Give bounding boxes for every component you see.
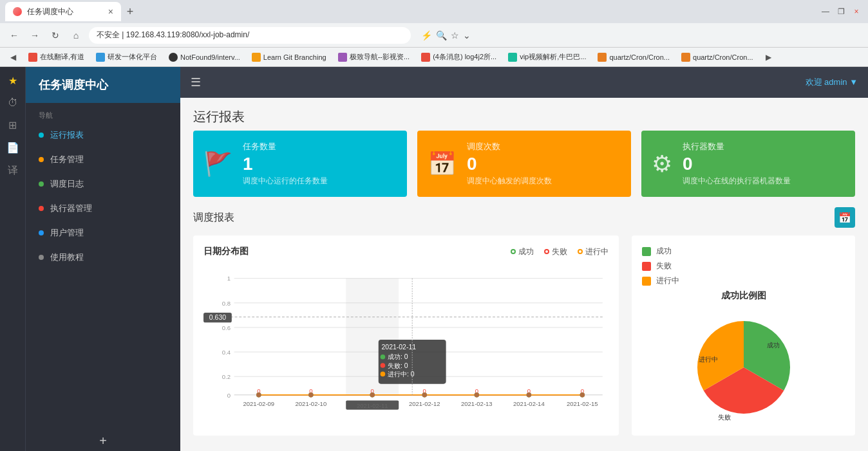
svg-text:0: 0 bbox=[227, 392, 231, 399]
svg-point-40 bbox=[308, 392, 314, 398]
fail-dot bbox=[544, 249, 549, 254]
bookmark-quartz1[interactable]: quartz/Cron/Cron... bbox=[594, 51, 674, 63]
sidebar-item-report[interactable]: 运行报表 bbox=[26, 123, 180, 147]
svg-text:0.6: 0.6 bbox=[222, 324, 231, 331]
svg-text:1: 1 bbox=[227, 275, 231, 282]
bookmark-github[interactable]: NotFound9/interv... bbox=[165, 51, 244, 63]
executor-dot bbox=[39, 206, 44, 211]
bookmarks-more-icon[interactable]: ▶ bbox=[761, 50, 777, 65]
task-icon: 🚩 bbox=[203, 151, 232, 178]
stat-info-executor: 执行器数量 0 调度中心在线的执行器机器数量 bbox=[683, 141, 845, 187]
bookmark-log4j[interactable]: (4条消息) log4j2所... bbox=[417, 51, 500, 63]
main-content: ☰ 欢迎 admin ▼ 运行报表 🚩 任务数量 1 调度中心运行的任务数量 📅… bbox=[180, 67, 868, 451]
star-strip-icon[interactable]: ★ bbox=[8, 75, 17, 87]
tutorial-dot bbox=[39, 255, 44, 260]
line-chart-svg: 1 0.8 0.6 0.4 0.2 0 0.630 bbox=[203, 262, 609, 417]
star-icon[interactable]: ☆ bbox=[451, 30, 459, 41]
chart-legend: 成功 失败 进行中 bbox=[511, 246, 609, 257]
restore-button[interactable]: ❐ bbox=[835, 5, 847, 18]
tab-title: 任务调度中心 bbox=[27, 6, 103, 17]
bookmark-youdao[interactable]: 在线翻译,有道 bbox=[24, 51, 88, 63]
pie-fail-box bbox=[642, 262, 651, 271]
grid-strip-icon[interactable]: ⊞ bbox=[8, 119, 17, 131]
github-icon bbox=[169, 53, 178, 62]
svg-text:2021-02-14: 2021-02-14 bbox=[513, 400, 545, 407]
bookmark-jizhi[interactable]: 极致导航--影视资... bbox=[334, 51, 414, 63]
tab-close-button[interactable]: × bbox=[108, 6, 113, 17]
back-button[interactable]: ← bbox=[6, 28, 22, 43]
new-tab-button[interactable]: + bbox=[121, 3, 139, 21]
stat-card-schedule: 📅 调度次数 0 调度中心触发的调度次数 bbox=[417, 131, 631, 197]
executor-value: 0 bbox=[683, 155, 845, 173]
bookmark-vip[interactable]: vip视频解析,牛巴巴... bbox=[504, 51, 590, 63]
quartz1-icon bbox=[598, 53, 607, 62]
sidebar-item-tutorial[interactable]: 使用教程 bbox=[26, 245, 180, 270]
sidebar-item-task[interactable]: 任务管理 bbox=[26, 147, 180, 172]
bookmark-gitbranching[interactable]: Learn Git Branching bbox=[248, 51, 330, 63]
legend-fail: 失败 bbox=[544, 246, 567, 257]
home-button[interactable]: ⌂ bbox=[68, 28, 84, 43]
bookmarks-back-icon[interactable]: ◀ bbox=[5, 50, 21, 65]
address-input[interactable] bbox=[89, 27, 411, 44]
svg-point-41 bbox=[370, 392, 375, 398]
forward-button[interactable]: → bbox=[27, 28, 42, 43]
pie-legend: 成功 失败 进行中 bbox=[642, 246, 845, 290]
pie-chart-svg: 成功 失败 进行中 bbox=[686, 309, 802, 425]
reload-button[interactable]: ↻ bbox=[48, 28, 63, 43]
running-dot bbox=[578, 249, 583, 254]
svg-text:成功: 成功 bbox=[767, 342, 780, 349]
tab-favicon bbox=[13, 7, 22, 16]
chevron-icon[interactable]: ⌄ bbox=[463, 30, 471, 41]
close-button[interactable]: × bbox=[850, 5, 863, 18]
svg-text:0.630: 0.630 bbox=[209, 314, 226, 321]
bookmark-platform[interactable]: 研发一体化平台 bbox=[92, 51, 161, 63]
bookmark-quartz2[interactable]: quartz/Cron/Cron... bbox=[677, 51, 757, 63]
translate-strip-icon[interactable]: 译 bbox=[8, 164, 18, 178]
pie-success-box bbox=[642, 247, 651, 256]
sidebar-item-user[interactable]: 用户管理 bbox=[26, 221, 180, 245]
task-label: 任务数量 bbox=[243, 141, 397, 152]
pie-legend-fail: 失败 bbox=[642, 261, 845, 272]
sidebar: 任务调度中心 导航 运行报表 任务管理 调度日志 执行器管理 用户管理 使用教程 bbox=[26, 67, 180, 451]
line-chart-container: 日期分布图 成功 失败 进 bbox=[193, 235, 619, 436]
browser-tab[interactable]: 任务调度中心 × bbox=[5, 2, 121, 21]
svg-text:失败: 0: 失败: 0 bbox=[388, 362, 408, 369]
chart-top: 日期分布图 成功 失败 进 bbox=[203, 246, 609, 257]
pie-chart-title: 成功比例图 bbox=[721, 290, 766, 302]
user-dot bbox=[39, 230, 44, 235]
legend-running: 进行中 bbox=[578, 246, 609, 257]
youdao-icon bbox=[28, 53, 37, 62]
welcome-text: 欢迎 admin ▼ bbox=[806, 77, 858, 88]
svg-text:0.4: 0.4 bbox=[222, 349, 231, 356]
legend-success: 成功 bbox=[511, 246, 534, 257]
pie-running-box bbox=[642, 277, 651, 286]
schedule-header: 调度报表 📅 bbox=[193, 207, 855, 228]
calendar-button[interactable]: 📅 bbox=[835, 207, 855, 228]
svg-text:成功: 0: 成功: 0 bbox=[388, 354, 408, 361]
schedule-title: 调度报表 bbox=[193, 211, 234, 225]
svg-text:2021-02-11: 2021-02-11 bbox=[382, 344, 417, 351]
minimize-button[interactable]: — bbox=[819, 5, 832, 18]
executor-desc: 调度中心在线的执行器机器数量 bbox=[683, 176, 845, 187]
svg-text:2021-02-15: 2021-02-15 bbox=[567, 400, 598, 407]
sidebar-item-executor[interactable]: 执行器管理 bbox=[26, 196, 180, 221]
task-desc: 调度中心运行的任务数量 bbox=[243, 176, 397, 187]
jizhi-icon bbox=[338, 53, 347, 62]
svg-point-52 bbox=[381, 372, 386, 377]
executor-icon: ⚙ bbox=[652, 151, 672, 178]
svg-point-50 bbox=[381, 363, 386, 368]
doc-strip-icon[interactable]: 📄 bbox=[6, 142, 19, 154]
hamburger-icon[interactable]: ☰ bbox=[191, 75, 201, 89]
address-bar: ← → ↻ ⌂ ⚡ 🔍 ☆ ⌄ bbox=[0, 23, 868, 48]
svg-text:2021-02-09: 2021-02-09 bbox=[243, 400, 274, 407]
svg-text:失败: 失败 bbox=[717, 414, 730, 421]
svg-text:2021-02-10: 2021-02-10 bbox=[296, 400, 327, 407]
sidebar-bottom-bar[interactable]: + bbox=[26, 430, 180, 451]
sidebar-item-log[interactable]: 调度日志 bbox=[26, 172, 180, 196]
chart-area: 日期分布图 成功 失败 进 bbox=[193, 235, 855, 436]
schedule-section: 调度报表 📅 日期分布图 成功 bbox=[180, 207, 868, 436]
history-strip-icon[interactable]: ⏱ bbox=[8, 97, 18, 109]
add-icon: + bbox=[99, 434, 107, 448]
schedule-desc: 调度中心触发的调度次数 bbox=[467, 176, 621, 187]
welcome-link[interactable]: 欢迎 admin ▼ bbox=[806, 77, 858, 87]
